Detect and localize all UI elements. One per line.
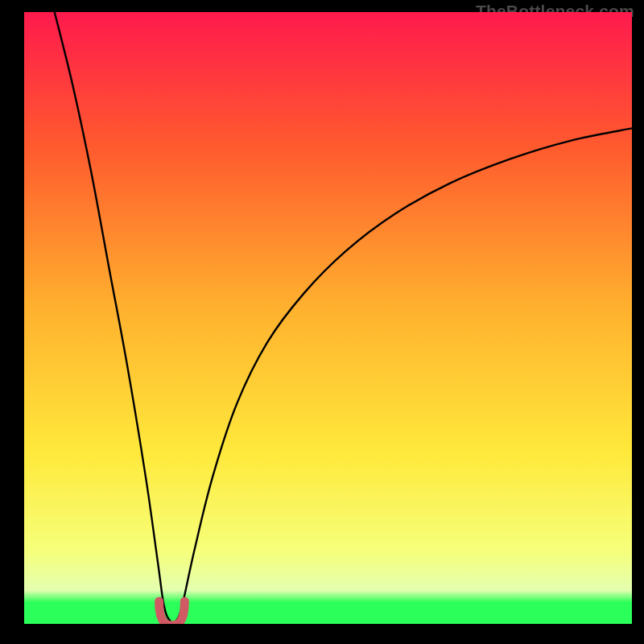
plot-area — [24, 12, 632, 624]
gradient-background — [24, 12, 632, 624]
chart-stage: TheBottleneck.com — [0, 0, 644, 644]
chart-svg — [24, 12, 632, 624]
